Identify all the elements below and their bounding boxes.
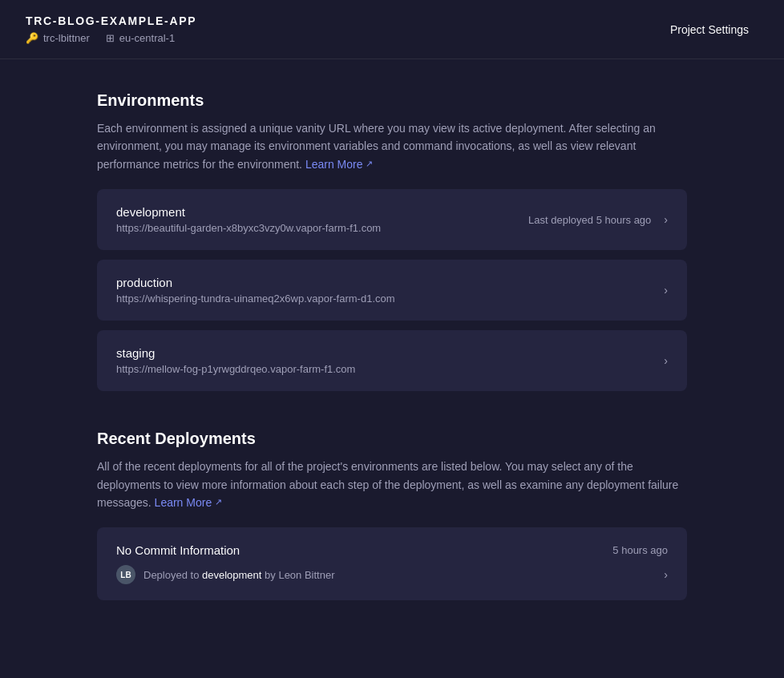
deployments-title: Recent Deployments: [97, 430, 687, 448]
region-meta: ⊞ eu-central-1: [106, 32, 175, 44]
deployment-title: No Commit Information: [116, 543, 240, 557]
deployment-card[interactable]: No Commit Information5 hours agoLBDeploy…: [97, 527, 687, 600]
deployments-learn-more-link[interactable]: Learn More ↗: [155, 494, 223, 511]
external-link-icon-2: ↗: [215, 495, 222, 510]
chevron-right-icon: ›: [664, 213, 668, 226]
environment-card[interactable]: developmenthttps://beautiful-garden-x8by…: [97, 189, 687, 250]
environments-title: Environments: [97, 91, 687, 110]
deployments-section: Recent Deployments All of the recent dep…: [97, 430, 687, 600]
deployments-description: All of the recent deployments for all of…: [97, 458, 687, 511]
env-name: production: [116, 276, 395, 289]
app-header: TRC-BLOG-EXAMPLE-APP 🔑 trc-lbittner ⊞ eu…: [0, 0, 784, 59]
environments-description: Each environment is assigned a unique va…: [97, 119, 687, 173]
user-name: trc-lbittner: [43, 32, 90, 44]
env-card-right: ›: [664, 284, 668, 297]
deployment-timestamp: 5 hours ago: [612, 544, 668, 556]
external-link-icon: ↗: [366, 157, 373, 172]
location-icon: ⊞: [106, 32, 115, 44]
environment-card[interactable]: staginghttps://mellow-fog-p1yrwgddrqeo.v…: [97, 330, 687, 391]
deployment-card-bottom: LBDeployed to development by Leon Bittne…: [116, 565, 668, 584]
environments-learn-more-link[interactable]: Learn More ↗: [305, 155, 374, 173]
app-title: TRC-BLOG-EXAMPLE-APP: [26, 14, 196, 27]
environments-section: Environments Each environment is assigne…: [97, 91, 687, 391]
env-timestamp: Last deployed 5 hours ago: [528, 214, 651, 226]
env-card-left: productionhttps://whispering-tundra-uina…: [116, 276, 395, 305]
env-card-right: ›: [664, 354, 668, 367]
user-meta: 🔑 trc-lbittner: [26, 32, 90, 44]
chevron-right-icon: ›: [664, 284, 668, 297]
deployments-list: No Commit Information5 hours agoLBDeploy…: [97, 527, 687, 600]
avatar: LB: [116, 565, 135, 584]
header-left: TRC-BLOG-EXAMPLE-APP 🔑 trc-lbittner ⊞ eu…: [26, 14, 196, 44]
env-card-left: staginghttps://mellow-fog-p1yrwgddrqeo.v…: [116, 346, 355, 375]
chevron-right-icon: ›: [664, 568, 668, 581]
project-settings-button[interactable]: Project Settings: [661, 18, 758, 41]
main-content: Environments Each environment is assigne…: [71, 59, 713, 671]
env-card-left: developmenthttps://beautiful-garden-x8by…: [116, 205, 381, 234]
environment-card[interactable]: productionhttps://whispering-tundra-uina…: [97, 260, 687, 321]
env-url: https://mellow-fog-p1yrwgddrqeo.vapor-fa…: [116, 363, 355, 375]
deployment-detail: Deployed to development by Leon Bittner: [143, 569, 335, 581]
env-card-right: Last deployed 5 hours ago›: [528, 213, 668, 226]
env-url: https://beautiful-garden-x8byxc3vzy0w.va…: [116, 222, 381, 234]
chevron-right-icon: ›: [664, 354, 668, 367]
deployment-info: LBDeployed to development by Leon Bittne…: [116, 565, 335, 584]
env-url: https://whispering-tundra-uinameq2x6wp.v…: [116, 293, 395, 305]
key-icon: 🔑: [26, 32, 38, 44]
deployment-card-top: No Commit Information5 hours ago: [116, 543, 668, 557]
env-name: development: [116, 205, 381, 219]
environments-list: developmenthttps://beautiful-garden-x8by…: [97, 189, 687, 391]
header-meta: 🔑 trc-lbittner ⊞ eu-central-1: [26, 32, 196, 44]
region-name: eu-central-1: [119, 32, 175, 44]
env-name: staging: [116, 346, 355, 360]
